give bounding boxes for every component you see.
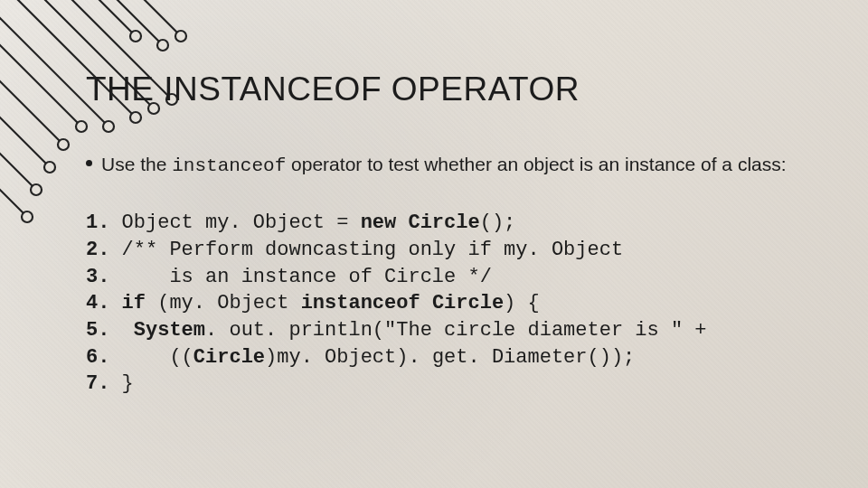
bullet-dot-icon bbox=[86, 160, 92, 166]
svg-line-11 bbox=[136, 0, 181, 36]
slide-content: THE INSTANCEOF OPERATOR Use the instance… bbox=[86, 70, 832, 398]
bullet-pre: Use the bbox=[101, 154, 172, 174]
code-line: ((Circle)my. Object). get. Diameter()); bbox=[86, 344, 832, 371]
slide: THE INSTANCEOF OPERATOR Use the instance… bbox=[0, 0, 868, 488]
bullet-text: Use the instanceof operator to test whet… bbox=[101, 152, 787, 179]
code-line: is an instance of Circle */ bbox=[86, 264, 832, 291]
bullet-item: Use the instanceof operator to test whet… bbox=[86, 152, 832, 179]
code-line: /** Perform downcasting only if my. Obje… bbox=[86, 237, 832, 264]
svg-line-0 bbox=[0, 36, 81, 127]
code-line: Object my. Object = new Circle(); bbox=[86, 210, 832, 237]
code-line: if (my. Object instanceof Circle) { bbox=[86, 290, 832, 317]
svg-line-9 bbox=[0, 181, 27, 217]
code-line: System. out. println("The circle diamete… bbox=[86, 317, 832, 344]
svg-line-10 bbox=[108, 0, 163, 45]
svg-point-22 bbox=[157, 40, 168, 51]
bullet-post: operator to test whether an object is an… bbox=[286, 154, 786, 174]
bullet-code: instanceof bbox=[172, 155, 286, 176]
svg-line-6 bbox=[0, 72, 63, 145]
svg-point-21 bbox=[22, 211, 33, 222]
code-line: } bbox=[86, 371, 832, 398]
svg-point-20 bbox=[31, 184, 42, 195]
svg-point-23 bbox=[175, 31, 186, 42]
svg-line-5 bbox=[90, 0, 136, 36]
code-block: Object my. Object = new Circle(); /** Pe… bbox=[86, 210, 832, 398]
svg-line-7 bbox=[0, 108, 50, 167]
slide-title: THE INSTANCEOF OPERATOR bbox=[86, 70, 832, 108]
svg-point-17 bbox=[130, 31, 141, 42]
svg-line-8 bbox=[0, 145, 36, 190]
svg-point-19 bbox=[44, 162, 55, 173]
svg-point-18 bbox=[58, 139, 69, 150]
